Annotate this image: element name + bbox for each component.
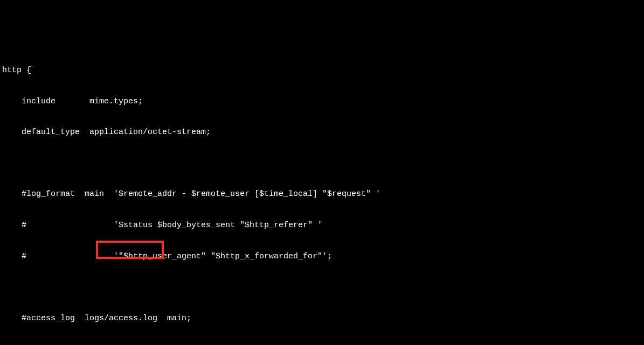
code-line: #access_log logs/access.log main; <box>2 313 642 323</box>
config-code-block: http { include mime.types; default_type … <box>2 45 642 345</box>
code-line: #log_format main '$remote_addr - $remote… <box>2 189 642 199</box>
code-line: # '$status $body_bytes_sent "$http_refer… <box>2 220 642 230</box>
code-line: include mime.types; <box>2 96 642 107</box>
code-line: http { <box>2 65 642 75</box>
code-line: default_type application/octet-stream; <box>2 127 642 137</box>
code-line <box>2 158 642 168</box>
code-line <box>2 282 642 292</box>
code-line: # '"$http_user_agent" "$http_x_forwarded… <box>2 251 642 262</box>
